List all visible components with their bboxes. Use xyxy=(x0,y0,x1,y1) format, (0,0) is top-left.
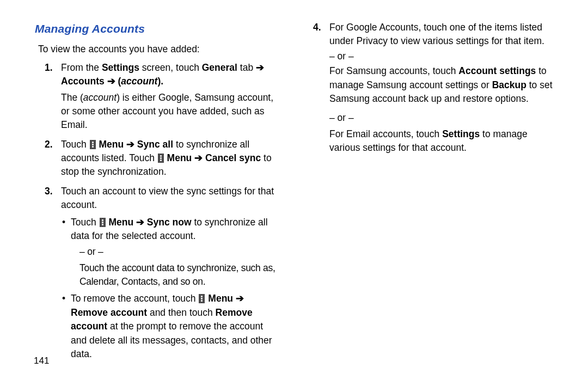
step-text: To remove the account, touch xyxy=(71,293,198,304)
step-3: Touch an account to view the sync settin… xyxy=(45,185,281,362)
bold-menu: Menu xyxy=(96,139,126,150)
step-text: screen, touch xyxy=(139,62,202,73)
step-text: Touch xyxy=(61,139,89,150)
step-text: ). xyxy=(157,76,163,87)
menu-icon xyxy=(90,140,96,149)
step-text: From the xyxy=(61,62,102,73)
step-text: For Email accounts, touch xyxy=(329,128,442,139)
step-text: ( xyxy=(115,76,121,87)
bold-syncnow: Sync now xyxy=(147,217,192,228)
bold-general: General xyxy=(202,62,237,73)
menu-icon xyxy=(158,154,164,163)
step-text: For Samsung accounts, touch xyxy=(329,65,458,76)
bold-cancelsync: Cancel sync xyxy=(205,152,261,163)
ital-account: account xyxy=(121,76,157,87)
bullet-remove: To remove the account, touch Menu ➔ Remo… xyxy=(62,292,281,361)
step-text: The ( xyxy=(61,92,83,103)
steps-list: From the Settings screen, touch General … xyxy=(45,61,281,362)
step-1: From the Settings screen, touch General … xyxy=(45,61,281,132)
step-text: tab xyxy=(237,62,256,73)
right-column: For Google Accounts, touch one of the it… xyxy=(313,21,561,392)
bold-backup: Backup xyxy=(492,79,526,90)
or-divider: – or – xyxy=(329,111,561,125)
sub-note: Touch the account data to synchronize, s… xyxy=(79,261,281,289)
step-text: For Google Accounts, touch one of the it… xyxy=(329,22,544,46)
bold-acct-settings: Account settings xyxy=(458,65,536,76)
bold-settings: Settings xyxy=(102,62,139,73)
bold-syncall: Sync all xyxy=(137,139,173,150)
bold-menu: Menu xyxy=(106,217,136,228)
left-column: Managing Accounts To view the accounts y… xyxy=(34,21,281,392)
bold-menu: Menu xyxy=(205,293,235,304)
menu-icon xyxy=(100,218,106,227)
step-text: Touch xyxy=(71,217,99,228)
bold-accounts: Accounts xyxy=(61,76,105,87)
sub-bullets: Touch Menu ➔ Sync now to synchronize all… xyxy=(62,216,281,362)
manual-page: Managing Accounts To view the accounts y… xyxy=(0,0,588,392)
arrow-icon: ➔ xyxy=(236,293,244,304)
bullet-syncnow: Touch Menu ➔ Sync now to synchronize all… xyxy=(62,216,281,289)
ital-account: account xyxy=(83,92,117,103)
arrow-icon: ➔ xyxy=(256,62,264,73)
intro-text: To view the accounts you have added: xyxy=(38,42,281,56)
step-4-email: For Email accounts, touch Settings to ma… xyxy=(329,127,561,155)
bold-settings: Settings xyxy=(442,128,480,139)
step-text: and then touch xyxy=(147,307,216,318)
section-heading: Managing Accounts xyxy=(35,21,281,37)
bold-menu: Menu xyxy=(164,152,194,163)
arrow-icon: ➔ xyxy=(136,217,144,228)
step-2: Touch Menu ➔ Sync all to synchronize all… xyxy=(45,138,281,179)
or-divider: – or – xyxy=(329,51,354,62)
arrow-icon: ➔ xyxy=(107,76,115,87)
or-divider: – or – xyxy=(79,245,281,259)
step-text: Touch an account to view the sync settin… xyxy=(61,186,274,210)
step-4: For Google Accounts, touch one of the it… xyxy=(313,21,561,106)
bold-remove: Remove account xyxy=(71,307,147,318)
page-number: 141 xyxy=(34,354,49,368)
steps-list-cont: For Google Accounts, touch one of the it… xyxy=(313,21,561,106)
menu-icon xyxy=(199,294,205,303)
arrow-icon: ➔ xyxy=(126,139,134,150)
arrow-icon: ➔ xyxy=(194,152,203,163)
